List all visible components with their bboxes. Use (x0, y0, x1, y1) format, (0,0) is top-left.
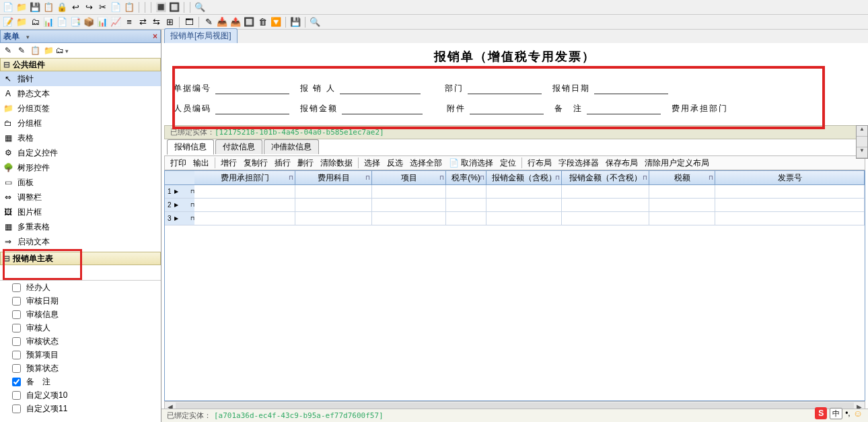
toolbar2-btn-0[interactable]: 📝 (3, 17, 13, 28)
grid-cell[interactable] (295, 212, 372, 225)
grid-toolbar-btn-17[interactable]: 保存布局 (603, 157, 641, 169)
input-attach[interactable] (470, 102, 544, 114)
toolbar1-btn-13[interactable]: 🔳 (155, 2, 166, 13)
grid-toolbar-btn-5[interactable]: 插行 (272, 157, 293, 169)
table-row[interactable]: 2▶⊓ (165, 199, 865, 212)
checkbox[interactable] (12, 283, 21, 292)
toolbar2-btn-8[interactable]: 📈 (110, 17, 121, 28)
toolbar2-btn-2[interactable]: 🗂 (30, 17, 40, 28)
check-item-0[interactable]: 经办人 (0, 281, 161, 294)
grid-cell[interactable] (295, 199, 372, 212)
mini-toolbar-btn-2[interactable]: 📋 (30, 45, 40, 56)
row-number[interactable]: 3▶⊓ (165, 212, 194, 225)
toolbar2-btn-23[interactable]: 💾 (290, 17, 301, 28)
panel-dropdown-icon[interactable] (25, 32, 30, 41)
grid-toolbar-btn-16[interactable]: 字段选择器 (556, 157, 602, 169)
grid-cell[interactable] (194, 212, 295, 225)
checkbox[interactable] (12, 337, 21, 346)
toolbar2-btn-11[interactable]: ⇆ (151, 17, 161, 28)
ime-smile-icon[interactable]: ☺ (853, 408, 863, 419)
input-remark[interactable] (587, 102, 661, 114)
toolbar1-btn-7[interactable]: ✂ (97, 2, 108, 13)
input-emp-code[interactable] (215, 102, 289, 114)
group-public-components[interactable]: ⊟ 公共组件 (0, 58, 161, 71)
col-cost-dept[interactable]: 费用承担部门⊓ (194, 171, 295, 184)
check-item-3[interactable]: 审核人 (0, 321, 161, 335)
toolbar2-btn-7[interactable]: 📊 (97, 17, 108, 28)
col-invoice[interactable]: 发票号 (715, 171, 865, 184)
grid-toolbar-btn-18[interactable]: 清除用户定义布局 (642, 157, 712, 169)
input-date[interactable] (594, 82, 668, 94)
grid-cell[interactable] (715, 199, 865, 212)
checkbox[interactable] (12, 405, 21, 413)
toolbar2-btn-20[interactable]: 🗑 (257, 17, 268, 28)
grid-cell[interactable] (372, 185, 446, 199)
check-item-1[interactable]: 审核日期 (0, 294, 161, 308)
grid-cell[interactable] (295, 185, 372, 199)
toolbar2-btn-6[interactable]: 📦 (83, 17, 94, 28)
grid-cell[interactable] (486, 212, 562, 225)
palette-item-9[interactable]: 🖼图片框 (0, 205, 161, 219)
grid-cell[interactable] (486, 199, 562, 212)
mini-toolbar-btn-4[interactable]: 🗂 (57, 45, 67, 56)
palette-item-5[interactable]: ⚙自定义控件 (0, 145, 161, 160)
grid-toolbar-btn-9[interactable]: 选择 (361, 157, 383, 169)
grid-cell[interactable] (486, 185, 562, 199)
sub-tab-0[interactable]: 报销信息 (167, 139, 214, 155)
table-row[interactable]: 1▶⊓ (165, 185, 865, 199)
grid-cell[interactable] (194, 185, 295, 199)
grid-toolbar-btn-6[interactable]: 删行 (295, 157, 316, 169)
checkbox[interactable] (12, 310, 21, 319)
grid-cell[interactable] (649, 185, 715, 199)
checkbox[interactable] (12, 378, 21, 386)
checkbox[interactable] (12, 351, 21, 359)
toolbar1-btn-1[interactable]: 📁 (16, 2, 27, 13)
check-item-4[interactable]: 审核状态 (0, 335, 161, 348)
grid-cell[interactable] (446, 199, 486, 212)
toolbar2-btn-1[interactable]: 📁 (16, 17, 27, 28)
toolbar2-btn-18[interactable]: 📤 (230, 17, 241, 28)
grid-toolbar-btn-7[interactable]: 清除数据 (318, 157, 355, 169)
toolbar1-btn-14[interactable]: 🔲 (169, 2, 180, 13)
input-dept[interactable] (468, 82, 542, 94)
grid-toolbar-btn-4[interactable]: 复制行 (241, 157, 270, 169)
check-item-9[interactable]: 自定义项11 (0, 402, 161, 415)
grid-toolbar-btn-10[interactable]: 反选 (384, 157, 406, 169)
palette-item-4[interactable]: ▦表格 (0, 131, 161, 145)
grid-cell[interactable] (715, 185, 865, 199)
palette-item-11[interactable]: ⇒启动文本 (0, 234, 161, 249)
checkbox[interactable] (12, 324, 21, 332)
grid-cell[interactable] (562, 185, 649, 199)
grid-toolbar-btn-13[interactable]: 定位 (497, 157, 519, 169)
toolbar1-btn-2[interactable]: 💾 (30, 2, 40, 13)
input-bill-no[interactable] (215, 82, 289, 94)
form-scrollbar[interactable]: ▲▼ (856, 125, 868, 159)
toolbar2-btn-17[interactable]: 📥 (217, 17, 227, 28)
toolbar2-btn-19[interactable]: 🔲 (244, 17, 254, 28)
grid-cell[interactable] (372, 199, 446, 212)
mini-toolbar-btn-0[interactable]: ✎ (3, 45, 13, 56)
toolbar1-btn-4[interactable]: 🔒 (57, 2, 67, 13)
toolbar2-btn-25[interactable]: 🔍 (310, 17, 320, 28)
toolbar2-btn-9[interactable]: ≡ (124, 17, 135, 28)
toolbar1-btn-9[interactable]: 📋 (124, 2, 135, 13)
col-subject[interactable]: 费用科目⊓ (295, 171, 372, 184)
col-tax-rate[interactable]: 税率(%)⊓ (446, 171, 486, 184)
toolbar2-btn-21[interactable]: 🔽 (270, 17, 281, 28)
toolbar1-btn-17[interactable]: 🔍 (194, 2, 205, 13)
check-item-7[interactable]: 备 注 (0, 375, 161, 388)
grid-cell[interactable] (715, 212, 865, 225)
grid-cell[interactable] (649, 212, 715, 225)
toolbar2-btn-4[interactable]: 📄 (57, 17, 67, 28)
grid-cell[interactable] (562, 199, 649, 212)
col-project[interactable]: 项目⊓ (372, 171, 446, 184)
palette-item-2[interactable]: 📁分组页签 (0, 101, 161, 116)
palette-item-1[interactable]: A静态文本 (0, 86, 161, 101)
grid-toolbar-btn-1[interactable]: 输出 (190, 157, 212, 169)
ime-widget[interactable]: S 中 •, ☺ (815, 407, 863, 419)
grid-cell[interactable] (372, 212, 446, 225)
grid-cell[interactable] (446, 212, 486, 225)
toolbar1-btn-0[interactable]: 📄 (3, 2, 13, 13)
col-amount-incl[interactable]: 报销金额（含税）⊓ (486, 171, 562, 184)
grid-toolbar-btn-15[interactable]: 行布局 (525, 157, 554, 169)
